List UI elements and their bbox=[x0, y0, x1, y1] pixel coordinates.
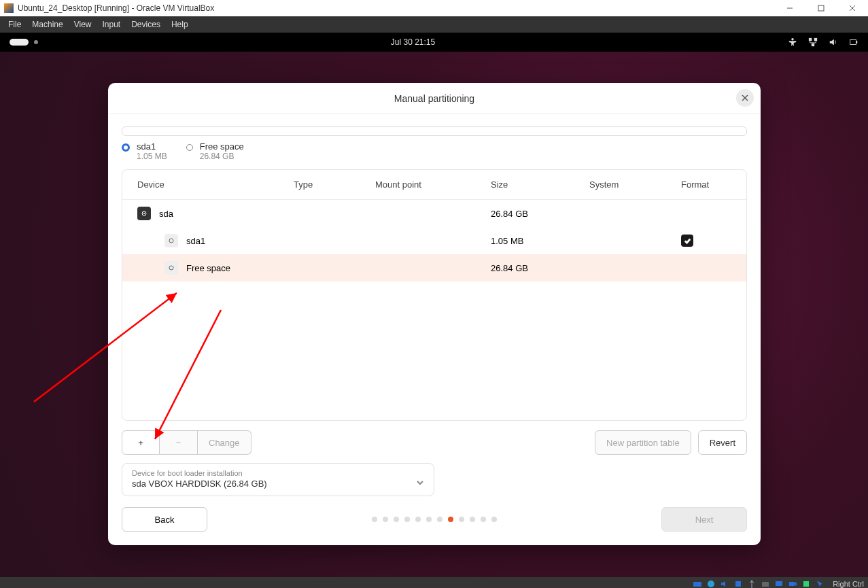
step-dot bbox=[404, 517, 410, 522]
step-dot bbox=[383, 517, 388, 522]
step-dot bbox=[481, 517, 486, 522]
partition-table: Device Type Mount point Size System Form… bbox=[122, 169, 747, 421]
svg-rect-24 bbox=[803, 581, 809, 587]
vb-network-icon[interactable] bbox=[733, 579, 743, 588]
ubuntu-desktop: Manual partitioning sda1 1.05 MB bbox=[0, 52, 868, 588]
table-row-sda[interactable]: sda 26.84 GB bbox=[122, 200, 746, 227]
vb-statusbar: Right Ctrl bbox=[0, 577, 868, 588]
table-row-sda1[interactable]: sda1 1.05 MB bbox=[122, 227, 746, 254]
svg-rect-22 bbox=[776, 581, 782, 586]
svg-rect-18 bbox=[693, 582, 701, 587]
partition-toolbar: + − Change New partition table Revert bbox=[122, 430, 747, 455]
vb-menu-file[interactable]: File bbox=[3, 18, 27, 31]
vb-display-icon[interactable] bbox=[774, 579, 784, 588]
table-header: Device Type Mount point Size System Form… bbox=[122, 170, 746, 200]
window-maximize-button[interactable] bbox=[805, 0, 837, 16]
new-partition-table-button[interactable]: New partition table bbox=[595, 430, 691, 455]
vb-usb-icon[interactable] bbox=[747, 579, 757, 588]
vb-menu-help[interactable]: Help bbox=[166, 18, 194, 31]
vb-hdd-icon[interactable] bbox=[693, 579, 702, 588]
disk-icon bbox=[137, 207, 151, 220]
chevron-down-icon bbox=[416, 477, 424, 489]
window-minimize-button[interactable] bbox=[774, 0, 805, 16]
remove-partition-button[interactable]: − bbox=[160, 430, 198, 455]
svg-point-13 bbox=[143, 213, 145, 214]
step-dot bbox=[459, 517, 464, 522]
svg-point-15 bbox=[169, 266, 173, 270]
vb-menu-view[interactable]: View bbox=[69, 18, 97, 31]
dialog-footer: Back Next bbox=[108, 496, 761, 545]
manual-partitioning-dialog: Manual partitioning sda1 1.05 MB bbox=[108, 83, 761, 545]
vb-shared-icon[interactable] bbox=[761, 579, 770, 588]
next-button[interactable]: Next bbox=[661, 507, 747, 532]
revert-button[interactable]: Revert bbox=[698, 430, 747, 455]
svg-point-19 bbox=[708, 581, 714, 587]
legend-dot-icon bbox=[122, 143, 130, 152]
step-dot bbox=[448, 517, 453, 522]
table-row-free-space[interactable]: Free space 26.84 GB bbox=[122, 254, 746, 281]
partition-legend: sda1 1.05 MB Free space 26.84 GB bbox=[122, 141, 747, 161]
vb-optical-icon[interactable] bbox=[706, 579, 716, 588]
format-checkbox[interactable] bbox=[681, 235, 693, 247]
workspace-indicator-icon bbox=[34, 40, 38, 44]
vb-title: Ubuntu_24_Desktop [Running] - Oracle VM … bbox=[18, 3, 214, 13]
svg-rect-1 bbox=[818, 5, 824, 11]
dialog-title: Manual partitioning bbox=[394, 93, 474, 104]
change-partition-button[interactable]: Change bbox=[198, 430, 251, 455]
step-dot bbox=[437, 517, 442, 522]
vb-recording-icon[interactable] bbox=[788, 579, 797, 588]
step-dot bbox=[491, 517, 497, 522]
svg-rect-21 bbox=[762, 582, 769, 587]
vb-menu-devices[interactable]: Devices bbox=[126, 18, 166, 31]
vb-menubar: File Machine View Input Devices Help bbox=[0, 16, 868, 33]
step-dot bbox=[470, 517, 475, 522]
dialog-close-button[interactable] bbox=[736, 89, 754, 107]
svg-rect-20 bbox=[735, 581, 741, 587]
legend-free-space[interactable]: Free space 26.84 GB bbox=[186, 141, 244, 161]
legend-dot-icon bbox=[186, 144, 193, 151]
partition-icon bbox=[164, 261, 178, 275]
power-icon[interactable] bbox=[849, 37, 858, 47]
svg-rect-8 bbox=[850, 40, 856, 45]
network-icon[interactable] bbox=[808, 37, 818, 47]
step-dot bbox=[415, 517, 421, 522]
vb-menu-input[interactable]: Input bbox=[97, 18, 126, 31]
svg-point-4 bbox=[791, 38, 794, 41]
svg-rect-5 bbox=[809, 38, 812, 41]
vb-hostkey-label: Right Ctrl bbox=[833, 580, 864, 588]
svg-point-14 bbox=[169, 239, 173, 243]
back-button[interactable]: Back bbox=[122, 507, 207, 532]
vb-cpu-icon[interactable] bbox=[801, 579, 811, 588]
partition-icon bbox=[164, 234, 178, 247]
gnome-topbar: Jul 30 21:15 bbox=[0, 33, 868, 52]
vb-titlebar: Ubuntu_24_Desktop [Running] - Oracle VM … bbox=[0, 0, 868, 16]
clock[interactable]: Jul 30 21:15 bbox=[391, 37, 435, 47]
bootloader-device-select[interactable]: Device for boot loader installation sda … bbox=[122, 463, 434, 496]
step-indicator bbox=[372, 517, 497, 522]
vb-logo-icon bbox=[4, 3, 14, 13]
vb-audio-icon[interactable] bbox=[720, 579, 729, 588]
legend-sda1[interactable]: sda1 1.05 MB bbox=[122, 141, 167, 161]
svg-rect-9 bbox=[856, 41, 857, 44]
activities-button[interactable] bbox=[10, 39, 29, 46]
vb-mouse-icon[interactable] bbox=[815, 579, 824, 588]
svg-rect-6 bbox=[814, 38, 817, 41]
vb-menu-machine[interactable]: Machine bbox=[27, 18, 68, 31]
volume-icon[interactable] bbox=[829, 37, 838, 47]
add-partition-button[interactable]: + bbox=[122, 430, 160, 455]
dialog-header: Manual partitioning bbox=[108, 83, 761, 114]
svg-rect-7 bbox=[812, 44, 814, 46]
svg-rect-23 bbox=[789, 582, 795, 586]
step-dot bbox=[426, 517, 432, 522]
step-dot bbox=[394, 517, 399, 522]
accessibility-icon[interactable] bbox=[788, 37, 797, 47]
step-dot bbox=[372, 517, 377, 522]
partition-usage-bar bbox=[122, 126, 747, 136]
window-close-button[interactable] bbox=[837, 0, 868, 16]
